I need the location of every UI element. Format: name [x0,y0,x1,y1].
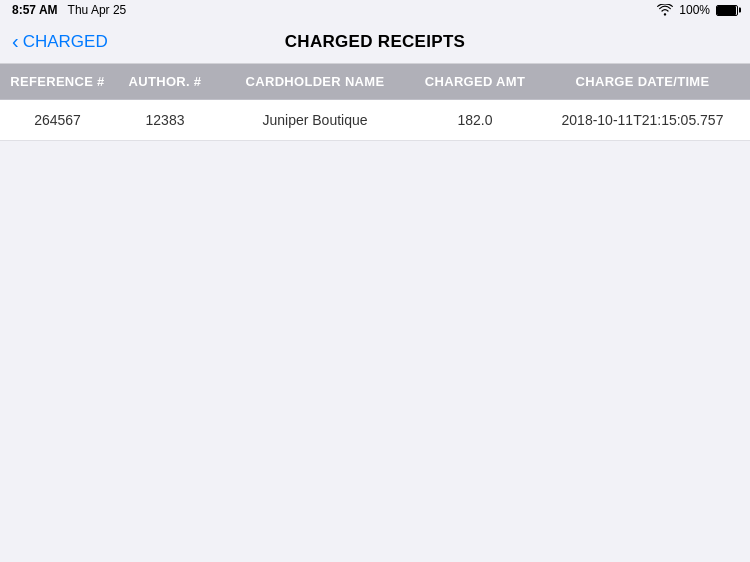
header-charge-date: CHARGE DATE/TIME [535,64,750,99]
page-title: CHARGED RECEIPTS [285,32,466,52]
cell-charge-date: 2018-10-11T21:15:05.757 [535,100,750,140]
back-button[interactable]: ‹ CHARGED [12,32,108,52]
back-label: CHARGED [23,32,108,52]
cell-cardholder: Juniper Boutique [215,100,415,140]
header-cardholder: CARDHOLDER NAME [215,64,415,99]
table-row[interactable]: 264567 12383 Juniper Boutique 182.0 2018… [0,100,750,141]
status-date: Thu Apr 25 [68,3,127,17]
battery-icon [716,5,738,16]
back-chevron-icon: ‹ [12,31,19,51]
cell-charged-amt: 182.0 [415,100,535,140]
status-bar: 8:57 AM Thu Apr 25 100% [0,0,750,20]
nav-bar: ‹ CHARGED CHARGED RECEIPTS [0,20,750,64]
header-author: AUTHOR. # [115,64,215,99]
wifi-icon [657,4,673,16]
header-reference: REFERENCE # [0,64,115,99]
battery-percent: 100% [679,3,710,17]
status-time: 8:57 AM [12,3,58,17]
cell-author: 12383 [115,100,215,140]
header-charged-amt: CHARGED AMT [415,64,535,99]
receipts-table: REFERENCE # AUTHOR. # CARDHOLDER NAME CH… [0,64,750,141]
cell-reference: 264567 [0,100,115,140]
table-header: REFERENCE # AUTHOR. # CARDHOLDER NAME CH… [0,64,750,100]
